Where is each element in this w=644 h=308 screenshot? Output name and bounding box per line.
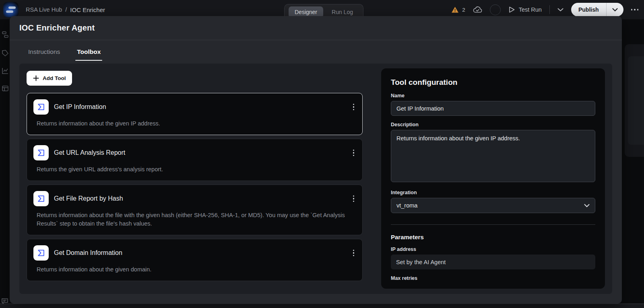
tool-configuration-panel: Tool configuration Name Description Retu… [381, 68, 605, 289]
chevron-down-icon[interactable] [557, 8, 564, 12]
publish-split-button: Publish [571, 3, 623, 16]
workflows-icon[interactable] [1, 31, 9, 39]
tool-card-get-ip-information[interactable]: Get IP Information Returns information a… [27, 93, 363, 135]
tool-card-get-url-analysis-report[interactable]: Get URL Analysis Report Returns the give… [27, 139, 363, 181]
chevron-down-icon [612, 8, 618, 12]
publish-menu-button[interactable] [607, 8, 623, 12]
max-retries-label: Max retries [391, 275, 595, 281]
more-options-button[interactable] [631, 9, 639, 10]
publish-button[interactable]: Publish [571, 6, 606, 13]
breadcrumb-root[interactable]: RSA Live Hub [26, 6, 62, 13]
tool-name: Get IP Information [54, 103, 106, 111]
modal-header: IOC Enricher Agent [10, 16, 622, 40]
templates-icon[interactable] [1, 84, 9, 92]
description-label: Description [391, 122, 595, 127]
tool-menu-button[interactable] [351, 248, 356, 258]
virustotal-icon [33, 191, 49, 206]
integration-value: vt_roma [396, 202, 417, 209]
modal-title: IOC Enricher Agent [19, 23, 95, 33]
breadcrumb-separator: / [65, 6, 67, 13]
virustotal-icon [33, 99, 49, 115]
ip-address-input[interactable] [391, 255, 595, 269]
virustotal-icon [33, 145, 49, 160]
test-run-label: Test Run [519, 6, 542, 13]
parameters-title: Parameters [391, 234, 595, 240]
tools-list: Add Tool Get IP Information Returns info… [27, 71, 363, 281]
tab-toolbox[interactable]: Toolbox [76, 47, 101, 57]
tool-description: Returns information about the file with … [37, 211, 349, 228]
left-sidebar [0, 19, 10, 308]
description-input[interactable]: Returns information about the given IP a… [391, 130, 595, 182]
toolbox-content: Add Tool Get IP Information Returns info… [19, 64, 612, 294]
tool-menu-button[interactable] [351, 194, 356, 204]
name-input[interactable] [391, 101, 595, 116]
add-tool-label: Add Tool [43, 75, 66, 81]
cloud-sync-icon[interactable] [473, 6, 482, 13]
integration-select[interactable]: vt_roma [391, 198, 595, 213]
tool-description: Returns the given URL address's analysis… [37, 165, 349, 174]
tool-menu-button[interactable] [351, 102, 356, 112]
modal-tabs: Instructions Toolbox [10, 40, 622, 64]
add-tool-button[interactable]: Add Tool [27, 71, 72, 86]
ip-address-label: IP address [391, 246, 595, 252]
user-avatar[interactable] [490, 4, 501, 15]
tool-menu-button[interactable] [351, 148, 356, 158]
background-bottom-bar [0, 304, 644, 308]
warnings-indicator[interactable]: 2 [451, 6, 465, 13]
integration-label: Integration [391, 190, 595, 195]
tool-card-get-file-report-by-hash[interactable]: Get File Report by Hash Returns informat… [27, 185, 363, 235]
background-right [622, 19, 644, 308]
tab-instructions[interactable]: Instructions [27, 47, 61, 57]
analytics-icon[interactable] [1, 67, 9, 75]
tool-name: Get File Report by Hash [54, 195, 123, 202]
chevron-down-icon [584, 204, 590, 207]
tool-name: Get Domain Information [54, 249, 122, 257]
tool-description: Returns information about the given IP a… [37, 119, 349, 128]
play-icon [508, 6, 515, 13]
breadcrumb-current: IOC Enricher [70, 6, 105, 13]
ioc-enricher-agent-modal: IOC Enricher Agent Instructions Toolbox … [10, 16, 622, 304]
tags-icon[interactable] [1, 49, 9, 57]
tool-description: Returns information about the given doma… [37, 265, 349, 274]
test-run-button[interactable]: Test Run [508, 6, 542, 13]
config-title: Tool configuration [391, 78, 595, 87]
config-divider [391, 224, 595, 225]
warning-icon [451, 6, 459, 13]
plus-icon [33, 75, 39, 81]
app-logo-icon[interactable] [3, 2, 19, 17]
name-label: Name [391, 93, 595, 99]
tool-name: Get URL Analysis Report [54, 149, 125, 156]
tool-card-get-domain-information[interactable]: Get Domain Information Returns informati… [27, 239, 363, 281]
warning-count: 2 [462, 7, 465, 13]
virustotal-icon [33, 245, 49, 261]
topbar-divider [549, 5, 550, 14]
background-panel-inner [628, 56, 644, 145]
